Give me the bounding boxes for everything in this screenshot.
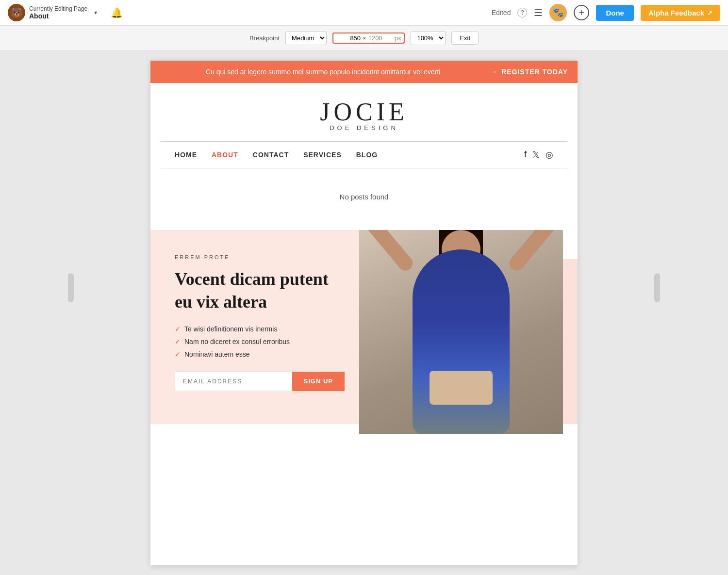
add-icon[interactable]: + — [574, 5, 589, 20]
page-frame: Cu qui sed at legere summo mel summo pop… — [150, 61, 578, 565]
nav-item-home[interactable]: HOME — [175, 151, 197, 159]
site-nav: HOME ABOUT CONTACT SERVICES BLOG f 𝕏 ◎ — [160, 141, 568, 168]
external-link-icon: ↗ — [707, 9, 712, 16]
check-icon-3: ✓ — [175, 350, 181, 358]
hero-content: ERREM PROTE Vocent dicam putent eu vix a… — [150, 230, 364, 411]
size-x-separator: × — [363, 34, 366, 42]
nav-item-services[interactable]: SERVICES — [303, 151, 342, 159]
bell-icon[interactable]: 🔔 — [111, 7, 123, 18]
nav-social: f 𝕏 ◎ — [524, 149, 553, 160]
zoom-select[interactable]: 100% 50% 75% 125% 150% — [411, 31, 446, 45]
scroll-handle-left[interactable] — [68, 273, 74, 302]
canvas-area: Cu qui sed at legere summo mel summo pop… — [0, 51, 728, 575]
announcement-banner: Cu qui sed at legere summo mel summo pop… — [150, 61, 578, 83]
alpha-feedback-button[interactable]: Alpha Feedback ↗ — [641, 5, 720, 21]
facebook-icon[interactable]: f — [524, 149, 527, 160]
width-input[interactable] — [336, 34, 361, 42]
figure-body — [413, 249, 510, 434]
check-icon-2: ✓ — [175, 338, 181, 345]
list-icon[interactable]: ☰ — [534, 7, 543, 18]
no-posts-message: No posts found — [160, 183, 568, 215]
figure-arm-right — [507, 230, 563, 274]
checklist-item-2: ✓ Nam no diceret ex consul erroribus — [175, 338, 345, 345]
email-form: SIGN UP — [175, 372, 345, 391]
figure-container — [359, 230, 563, 434]
px-label: px — [395, 34, 401, 42]
photo-bg — [359, 230, 563, 434]
checklist-text-3: Nominavi autem esse — [184, 350, 250, 358]
banner-cta: REGISTER TODAY — [501, 68, 568, 76]
checklist-item-3: ✓ Nominavi autem esse — [175, 350, 345, 358]
breakpoint-label: Breakpoint — [249, 34, 280, 42]
top-bar-left: 🐻 Currently Editing Page About ▾ 🔔 — [8, 4, 492, 21]
checklist-text-2: Nam no diceret ex consul erroribus — [184, 338, 290, 345]
figure-arm-left — [359, 230, 415, 274]
hero-checklist: ✓ Te wisi definitionem vis inermis ✓ Nam… — [175, 325, 345, 358]
height-value: 1200 — [368, 34, 393, 42]
content-area: No posts found — [150, 168, 578, 230]
editing-label: Currently Editing Page — [29, 5, 87, 12]
nav-item-about[interactable]: ABOUT — [212, 151, 238, 159]
checklist-item-1: ✓ Te wisi definitionem vis inermis — [175, 325, 345, 333]
nav-item-blog[interactable]: BLOG — [356, 151, 378, 159]
size-group: × 1200 px — [332, 33, 405, 44]
toolbar: Breakpoint Medium Small Large × 1200 px … — [0, 26, 728, 51]
site-logo-sub: DOE DESIGN — [160, 124, 568, 131]
exit-button[interactable]: Exit — [451, 32, 479, 45]
editing-info: Currently Editing Page About — [29, 5, 87, 20]
user-avatar: 🐾 — [549, 4, 567, 21]
done-button[interactable]: Done — [596, 5, 634, 21]
hero-section: ERREM PROTE Vocent dicam putent eu vix a… — [150, 230, 578, 424]
breakpoint-select[interactable]: Medium Small Large — [285, 31, 327, 45]
alpha-feedback-label: Alpha Feedback — [648, 9, 704, 17]
nav-items: HOME ABOUT CONTACT SERVICES BLOG — [175, 151, 524, 159]
signup-button[interactable]: SIGN UP — [292, 372, 345, 391]
nav-item-contact[interactable]: CONTACT — [253, 151, 289, 159]
top-bar: 🐻 Currently Editing Page About ▾ 🔔 Edite… — [0, 0, 728, 26]
banner-arrow-icon: → — [490, 67, 497, 76]
checklist-text-1: Te wisi definitionem vis inermis — [184, 325, 277, 333]
top-bar-right: Edited ? ☰ 🐾 + Done Alpha Feedback ↗ — [492, 4, 720, 21]
page-dropdown-arrow[interactable]: ▾ — [94, 9, 97, 16]
site-header: JOCIE DOE DESIGN — [150, 83, 578, 131]
hero-eyebrow: ERREM PROTE — [175, 254, 345, 260]
email-input[interactable] — [175, 372, 292, 391]
hero-photo — [359, 230, 563, 434]
check-icon-1: ✓ — [175, 325, 181, 333]
site-logo-main: JOCIE — [160, 98, 568, 126]
instagram-icon[interactable]: ◎ — [546, 149, 553, 160]
figure-laptop — [430, 371, 493, 405]
help-icon[interactable]: ? — [517, 8, 527, 17]
hero-heading: Vocent dicam putent eu vix altera — [175, 268, 345, 313]
banner-text: Cu qui sed at legere summo mel summo pop… — [160, 68, 486, 76]
editing-page: About — [29, 12, 87, 20]
edited-status: Edited — [492, 9, 511, 16]
twitter-icon[interactable]: 𝕏 — [532, 149, 540, 160]
bear-avatar-icon: 🐻 — [8, 4, 25, 21]
scroll-handle-right[interactable] — [654, 273, 660, 302]
